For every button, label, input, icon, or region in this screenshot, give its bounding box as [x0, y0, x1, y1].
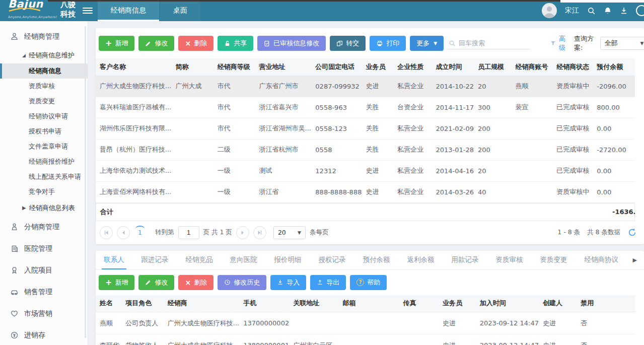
customer-name-cell[interactable]: 上海华依动力测试技术...: [96, 160, 171, 181]
sidebar-item-seal-apply[interactable]: 文件盖章申请: [0, 139, 88, 154]
detail-tab[interactable]: 意向医院: [228, 250, 259, 269]
first-page-button[interactable]: [100, 226, 113, 239]
customer-name-cell[interactable]: 湖州伟乐医疗科技有限...: [96, 118, 171, 139]
column-header[interactable]: 业务员: [439, 295, 476, 312]
column-header[interactable]: 公司固定电话: [311, 58, 362, 76]
sidebar-item-admission-project[interactable]: 入院项目: [0, 259, 88, 281]
help-icon-partial[interactable]: [636, 5, 644, 16]
detail-add-button[interactable]: +新增: [99, 275, 134, 290]
dealer-row[interactable]: 上海壹佰米网络科技有... 一级 浙江省 888-8888-888 史进 私营企…: [96, 181, 635, 202]
sidebar-item-hospital-mgmt[interactable]: 医院管理: [0, 238, 88, 259]
dealer-row[interactable]: 上海华依动力测试技术... 一级 测试 12312 史进 私营企业 2014-0…: [96, 160, 635, 181]
column-header[interactable]: 加入时间: [476, 295, 539, 312]
search-icon[interactable]: [587, 7, 596, 15]
sidebar-item-sales-mgmt[interactable]: 销售管理: [0, 281, 88, 303]
detail-edit-button[interactable]: 修改: [138, 275, 174, 290]
column-header[interactable]: 禁用: [577, 295, 635, 312]
column-header[interactable]: 业务员: [362, 58, 393, 76]
sidebar-item-auth-apply[interactable]: 授权书申请: [0, 124, 88, 139]
more-button[interactable]: 更多▼: [410, 36, 444, 51]
column-header[interactable]: 简称: [171, 58, 213, 76]
share-button[interactable]: 共享: [218, 36, 253, 51]
delete-button[interactable]: ×删除: [178, 36, 213, 51]
contact-row[interactable]: 燕顺 公司负责人 广州大成生物医疗科技... 13700000002 史进 20…: [96, 312, 635, 334]
avatar[interactable]: [542, 3, 557, 18]
sidebar-item-inventory[interactable]: 进销存: [0, 324, 88, 345]
customer-name-cell[interactable]: 上海壹佰米网络科技有...: [96, 181, 171, 202]
column-header[interactable]: 客户名称: [96, 58, 171, 76]
column-header[interactable]: 创建人: [539, 295, 577, 312]
detail-tab[interactable]: 经销竞品: [184, 250, 215, 269]
customer-name-cell[interactable]: 广州大成生物医疗科技...: [96, 76, 171, 97]
last-page-button[interactable]: [253, 226, 266, 239]
export-button[interactable]: 导出: [310, 275, 346, 290]
sidebar-item-dealer-mgmt[interactable]: 经销商管理: [0, 26, 88, 47]
add-button[interactable]: +新增: [99, 36, 134, 51]
dealer-link-cell[interactable]: 广州大成生物医疗科技...: [164, 334, 239, 345]
column-header[interactable]: 成立时间: [432, 58, 474, 76]
page-size-select[interactable]: 20 ▼: [273, 226, 306, 239]
sidebar-item-marketing[interactable]: 市场营销: [0, 303, 88, 324]
detail-tab[interactable]: 用款记录: [450, 250, 481, 269]
column-header[interactable]: 邮箱: [339, 295, 399, 312]
column-header[interactable]: 员工规模: [474, 58, 512, 76]
menu-toggle-icon[interactable]: [83, 8, 93, 14]
query-plan-select[interactable]: 全部 ▼: [600, 37, 644, 50]
detail-tab[interactable]: 跟进记录: [139, 250, 171, 269]
column-header[interactable]: 预付余额: [593, 58, 635, 76]
advanced-link[interactable]: 高级: [559, 34, 569, 52]
current-page[interactable]: 1: [134, 229, 146, 236]
prev-page-button[interactable]: [117, 226, 130, 239]
audited-edit-button[interactable]: 已审核信息修改: [257, 36, 326, 51]
customer-name-cell[interactable]: 普昂（杭州）医疗科技...: [96, 139, 171, 160]
goto-page-input[interactable]: [178, 226, 199, 239]
detail-tab[interactable]: 经销商协议: [583, 250, 621, 269]
dealer-row[interactable]: 湖州伟乐医疗科技有限... 市代 浙江省湖州市吴... 0558-123 关胜 …: [96, 118, 635, 139]
tab-dealer-info[interactable]: 经销商信息: [98, 0, 159, 21]
filter-funnel-icon[interactable]: [550, 40, 556, 47]
column-header[interactable]: 经销商状态: [552, 58, 593, 76]
column-header[interactable]: 经销商账号: [512, 58, 553, 76]
user-name[interactable]: 宋江: [565, 6, 579, 15]
sidebar-item-qual-audit[interactable]: 资质审核: [0, 79, 88, 94]
column-header[interactable]: 项目角色: [121, 295, 164, 312]
column-header[interactable]: 企业性质: [393, 58, 432, 76]
detail-tab[interactable]: 返利余额: [405, 250, 437, 269]
detail-tab[interactable]: 联系人: [102, 250, 126, 269]
print-button[interactable]: 打印: [370, 36, 406, 51]
sidebar-item-competitor[interactable]: 竞争对手: [0, 184, 88, 199]
edit-button[interactable]: 修改: [138, 36, 174, 51]
refresh-icon[interactable]: [627, 228, 637, 237]
sidebar-item-info-list[interactable]: ▶ 经销商信息列表: [0, 199, 88, 216]
column-header[interactable]: 手机: [239, 295, 289, 312]
customer-name-cell[interactable]: 嘉兴科瑞迪医疗器械有...: [96, 97, 171, 118]
transfer-button[interactable]: 转交: [330, 36, 366, 51]
bell-icon[interactable]: [604, 7, 612, 15]
column-header[interactable]: 经销商等级: [213, 58, 255, 76]
dealer-link-cell[interactable]: 广州大成生物医疗科技...: [164, 312, 239, 334]
detail-tab[interactable]: 资质变更: [538, 250, 569, 269]
download-icon[interactable]: [620, 7, 628, 15]
mobile-cell[interactable]: 13800000001: [239, 334, 289, 345]
tab-desktop[interactable]: 桌面: [160, 0, 200, 21]
column-header[interactable]: 关联地址: [289, 295, 338, 312]
search-input[interactable]: [459, 39, 529, 47]
column-header[interactable]: 营业地址: [255, 58, 312, 76]
import-button[interactable]: 导入: [270, 275, 306, 290]
contact-row[interactable]: 李丽华 货物签收人 广州大成生物医疗科技... 13800000001 广州市白…: [96, 334, 635, 345]
dealer-row[interactable]: 广州大成生物医疗科技... 广州大成 市代 广东省广州市 0287-099932…: [96, 76, 635, 97]
column-header[interactable]: 姓名: [96, 295, 121, 312]
mobile-cell[interactable]: 13700000002: [239, 312, 289, 334]
dealer-row[interactable]: 嘉兴科瑞迪医疗器械有... 市代 浙江省嘉兴市 0558-963 关胜 台资企业…: [96, 97, 635, 118]
sidebar-item-qual-change[interactable]: 资质变更: [0, 94, 88, 109]
sidebar-item-delivery-apply[interactable]: 线上配送关系申请: [0, 169, 88, 184]
help-button[interactable]: ?帮助: [350, 275, 387, 290]
sidebar-scrollbar[interactable]: [85, 26, 86, 338]
column-header[interactable]: 经销商: [164, 295, 239, 312]
edit-history-button[interactable]: 修改历史: [218, 275, 266, 290]
sidebar-item-quote-maint[interactable]: 经销商报价维护: [0, 154, 88, 169]
detail-tab[interactable]: 资质审核: [494, 250, 525, 269]
sidebar-item-agreement-apply[interactable]: 经销协议申请: [0, 109, 88, 124]
sidebar-item-dealer-info[interactable]: 经销商信息: [0, 63, 88, 79]
detail-tab[interactable]: 授权记录: [317, 250, 348, 269]
